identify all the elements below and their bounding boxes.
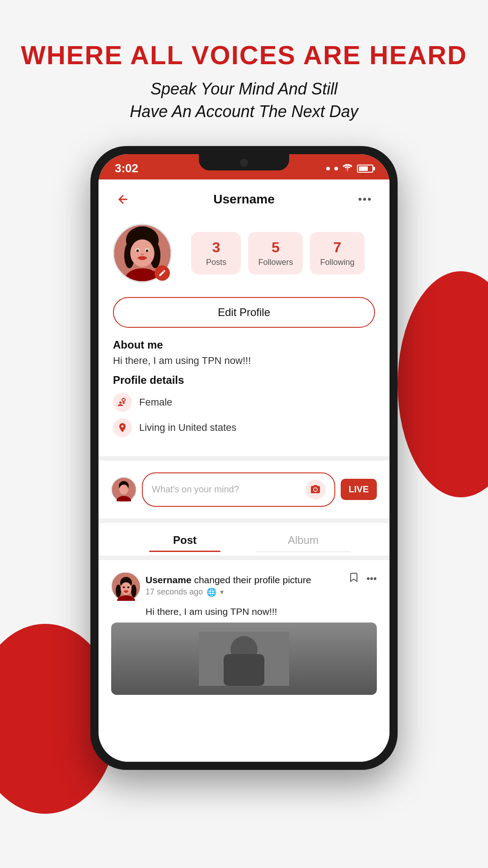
svg-point-4 bbox=[130, 239, 154, 267]
tab-album[interactable]: Album bbox=[244, 527, 362, 552]
svg-point-19 bbox=[131, 585, 136, 597]
post-placeholder: What's on your mind? bbox=[152, 484, 301, 495]
svg-point-18 bbox=[116, 585, 121, 597]
post-more-icon[interactable]: ••• bbox=[366, 573, 377, 585]
avatar-wrapper bbox=[113, 224, 172, 283]
bookmark-icon[interactable] bbox=[348, 572, 359, 585]
content-tabs: Post Album bbox=[99, 527, 389, 552]
gender-detail-row: Female bbox=[113, 393, 375, 412]
phone-notch bbox=[199, 154, 289, 170]
section-divider-2 bbox=[99, 519, 389, 523]
live-button[interactable]: LIVE bbox=[341, 479, 377, 500]
nav-bar: Username ••• bbox=[99, 179, 389, 219]
profile-details-title: Profile details bbox=[113, 374, 375, 387]
post-time-line: 17 seconds ago 🌐 ▾ bbox=[145, 587, 311, 597]
following-label: Following bbox=[320, 258, 354, 267]
phone-wrapper: 3:02 bbox=[0, 146, 488, 770]
profile-section: 3 Posts 5 Followers 7 Following bbox=[99, 219, 389, 293]
post-timestamp: 17 seconds ago bbox=[145, 587, 203, 597]
location-icon bbox=[113, 418, 132, 437]
svg-point-23 bbox=[124, 590, 128, 592]
svg-point-9 bbox=[141, 254, 144, 255]
headline: WHERE ALL VOICES ARE HEARD bbox=[0, 41, 488, 70]
globe-icon: 🌐 bbox=[206, 587, 216, 597]
post-actions: ••• bbox=[348, 572, 377, 585]
tab-post[interactable]: Post bbox=[126, 527, 244, 552]
post-header: Username changed their profile picture 1… bbox=[111, 572, 377, 600]
signal-dot-2 bbox=[334, 167, 338, 170]
ellipsis-icon: ••• bbox=[358, 193, 372, 206]
posts-count: 3 bbox=[201, 239, 231, 256]
dropdown-icon[interactable]: ▾ bbox=[220, 588, 224, 596]
subheadline: Speak Your Mind And Still Have An Accoun… bbox=[0, 78, 488, 123]
phone-frame: 3:02 bbox=[90, 146, 398, 770]
status-icons bbox=[326, 163, 373, 174]
post-username-line: Username changed their profile picture bbox=[145, 575, 311, 585]
post-input-area: What's on your mind? LIVE bbox=[99, 464, 389, 515]
phone-screen: 3:02 bbox=[99, 154, 389, 762]
stats-row: 3 Posts 5 Followers 7 Following bbox=[181, 232, 375, 274]
section-divider-1 bbox=[99, 456, 389, 461]
svg-point-14 bbox=[119, 485, 128, 495]
post-image-preview bbox=[111, 623, 377, 695]
following-count: 7 bbox=[320, 239, 354, 256]
header-section: WHERE ALL VOICES ARE HEARD Speak Your Mi… bbox=[0, 0, 488, 146]
camera-button[interactable] bbox=[305, 480, 325, 500]
edit-profile-button[interactable]: Edit Profile bbox=[113, 297, 375, 328]
svg-point-22 bbox=[127, 586, 130, 588]
status-time: 3:02 bbox=[115, 161, 138, 175]
post-avatar-small bbox=[111, 572, 139, 600]
gender-icon bbox=[113, 393, 132, 412]
svg-point-21 bbox=[123, 586, 125, 588]
post-user-avatar bbox=[111, 477, 136, 502]
about-title: About me bbox=[113, 339, 375, 351]
followers-label: Followers bbox=[258, 258, 293, 267]
post-user-info: Username changed their profile picture 1… bbox=[111, 572, 311, 600]
post-input-box[interactable]: What's on your mind? bbox=[142, 472, 335, 507]
location-text: Living in United states bbox=[139, 422, 236, 434]
svg-point-8 bbox=[146, 249, 149, 252]
app-content: Username ••• bbox=[99, 179, 389, 762]
signal-dot-1 bbox=[326, 167, 330, 170]
location-detail-row: Living in United states bbox=[113, 418, 375, 437]
edit-avatar-button[interactable] bbox=[155, 265, 170, 281]
section-divider-3 bbox=[99, 556, 389, 560]
svg-point-10 bbox=[138, 256, 146, 259]
battery-icon bbox=[357, 165, 373, 173]
followers-stat[interactable]: 5 Followers bbox=[248, 232, 303, 274]
about-text: Hi there, I am using TPN now!!! bbox=[113, 355, 375, 367]
gender-text: Female bbox=[139, 396, 172, 408]
posts-label: Posts bbox=[201, 258, 231, 267]
more-options-button[interactable]: ••• bbox=[355, 189, 375, 209]
posts-stat[interactable]: 3 Posts bbox=[191, 232, 241, 274]
post-card: Username changed their profile picture 1… bbox=[99, 564, 389, 703]
followers-count: 5 bbox=[258, 239, 293, 256]
post-username: Username bbox=[145, 575, 192, 585]
post-action: changed their profile picture bbox=[192, 575, 311, 585]
wifi-icon bbox=[343, 163, 352, 174]
front-camera bbox=[240, 159, 248, 167]
post-body: Hi there, I am using TPN now!!! bbox=[111, 606, 377, 617]
following-stat[interactable]: 7 Following bbox=[310, 232, 364, 274]
svg-point-6 bbox=[136, 249, 139, 252]
about-section: About me Hi there, I am using TPN now!!!… bbox=[99, 339, 389, 453]
svg-point-20 bbox=[121, 582, 131, 595]
post-user-text: Username changed their profile picture 1… bbox=[145, 575, 311, 597]
svg-rect-28 bbox=[224, 654, 264, 686]
back-button[interactable] bbox=[113, 189, 133, 209]
profile-username-nav: Username bbox=[213, 192, 274, 207]
